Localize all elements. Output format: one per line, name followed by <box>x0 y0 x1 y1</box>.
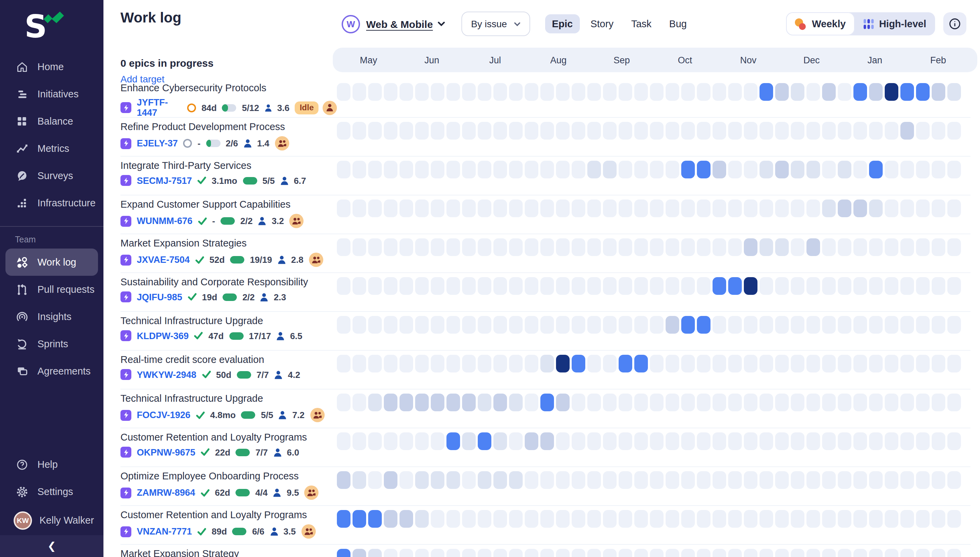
heat-cell[interactable] <box>352 316 366 334</box>
heat-cell[interactable] <box>822 316 836 334</box>
heat-cell[interactable] <box>885 238 898 256</box>
heat-cell[interactable] <box>587 432 601 450</box>
epic-title[interactable]: Market Expansion Strategy <box>120 548 337 557</box>
heat-cell[interactable] <box>885 471 898 489</box>
heat-cell[interactable] <box>885 83 898 101</box>
heat-cell[interactable] <box>572 510 585 528</box>
heat-cell[interactable] <box>650 432 664 450</box>
epic-title[interactable]: Refine Product Development Process <box>120 121 337 132</box>
heat-cell[interactable] <box>587 510 601 528</box>
heat-cell[interactable] <box>712 355 726 373</box>
heat-cell[interactable] <box>712 122 726 140</box>
heat-cell[interactable] <box>744 355 758 373</box>
heat-cell[interactable] <box>478 432 492 450</box>
heat-cell[interactable] <box>478 83 492 101</box>
sidebar-item-sprints[interactable]: Sprints <box>0 330 104 357</box>
heat-cell[interactable] <box>556 122 570 140</box>
epic-title[interactable]: Expand Customer Support Capabilities <box>120 199 337 210</box>
heat-cell[interactable] <box>650 83 664 101</box>
heat-cell[interactable] <box>603 83 617 101</box>
heat-cell[interactable] <box>603 316 617 334</box>
heat-cell[interactable] <box>368 549 382 557</box>
heat-cell[interactable] <box>415 122 429 140</box>
heat-cell[interactable] <box>509 83 522 101</box>
heat-cell[interactable] <box>509 200 522 217</box>
heat-cell[interactable] <box>728 316 742 334</box>
heat-cell[interactable] <box>775 549 789 557</box>
heat-cell[interactable] <box>838 161 851 178</box>
heat-cell[interactable] <box>791 510 805 528</box>
heat-cell[interactable] <box>900 238 914 256</box>
sidebar-item-initiatives[interactable]: Initiatives <box>0 80 104 107</box>
heat-cell[interactable] <box>665 161 679 178</box>
heat-cell[interactable] <box>681 122 695 140</box>
heat-cell[interactable] <box>540 238 554 256</box>
heat-cell[interactable] <box>509 355 522 373</box>
heat-cell[interactable] <box>806 238 820 256</box>
heat-cell[interactable] <box>399 161 413 178</box>
heat-cell[interactable] <box>384 122 398 140</box>
heat-cell[interactable] <box>869 471 883 489</box>
heat-cell[interactable] <box>853 83 867 101</box>
heat-cell[interactable] <box>869 549 883 557</box>
heat-cell[interactable] <box>540 122 554 140</box>
heat-cell[interactable] <box>525 394 538 411</box>
heat-cell[interactable] <box>587 161 601 178</box>
heat-cell[interactable] <box>948 122 961 140</box>
heat-cell[interactable] <box>932 510 945 528</box>
heat-cell[interactable] <box>744 122 758 140</box>
heat-cell[interactable] <box>384 83 398 101</box>
heat-cell[interactable] <box>368 238 382 256</box>
issue-key-link[interactable]: VNZAN-7771 <box>137 526 192 537</box>
heat-cell[interactable] <box>712 549 726 557</box>
heat-cell[interactable] <box>462 471 476 489</box>
sidebar-item-balance[interactable]: Balance <box>0 107 104 135</box>
heat-cell[interactable] <box>352 471 366 489</box>
heat-cell[interactable] <box>368 432 382 450</box>
heat-cell[interactable] <box>525 510 538 528</box>
heat-cell[interactable] <box>900 200 914 217</box>
sidebar-item-infrastructure[interactable]: Infrastructure <box>0 189 104 217</box>
heat-cell[interactable] <box>384 510 398 528</box>
heat-cell[interactable] <box>431 83 445 101</box>
heat-cell[interactable] <box>728 432 742 450</box>
heat-cell[interactable] <box>587 355 601 373</box>
toggle-high-level[interactable]: High-level <box>854 12 935 36</box>
heat-cell[interactable] <box>368 200 382 217</box>
heat-cell[interactable] <box>853 471 867 489</box>
heat-cell[interactable] <box>791 355 805 373</box>
heat-cell[interactable] <box>572 122 585 140</box>
heat-cell[interactable] <box>462 432 476 450</box>
heat-cell[interactable] <box>681 355 695 373</box>
heat-cell[interactable] <box>556 316 570 334</box>
heat-cell[interactable] <box>431 549 445 557</box>
sidebar-item-pull-requests[interactable]: Pull requests <box>0 276 104 303</box>
heat-cell[interactable] <box>885 161 898 178</box>
heat-cell[interactable] <box>540 471 554 489</box>
heat-cell[interactable] <box>478 549 492 557</box>
heat-cell[interactable] <box>525 432 538 450</box>
heat-cell[interactable] <box>838 238 851 256</box>
heat-cell[interactable] <box>431 355 445 373</box>
heat-cell[interactable] <box>869 83 883 101</box>
heat-cell[interactable] <box>822 83 836 101</box>
heat-cell[interactable] <box>509 316 522 334</box>
heat-cell[interactable] <box>916 200 930 217</box>
heat-cell[interactable] <box>572 355 585 373</box>
heat-cell[interactable] <box>697 394 711 411</box>
heat-cell[interactable] <box>509 161 522 178</box>
heat-cell[interactable] <box>853 122 867 140</box>
heat-cell[interactable] <box>838 471 851 489</box>
heat-cell[interactable] <box>744 394 758 411</box>
heat-cell[interactable] <box>431 432 445 450</box>
heat-cell[interactable] <box>900 510 914 528</box>
heat-cell[interactable] <box>775 394 789 411</box>
heat-cell[interactable] <box>681 83 695 101</box>
heat-cell[interactable] <box>869 432 883 450</box>
heat-cell[interactable] <box>603 355 617 373</box>
heat-cell[interactable] <box>885 316 898 334</box>
sidebar-item-insights[interactable]: Insights <box>0 303 104 330</box>
heat-cell[interactable] <box>665 200 679 217</box>
heat-cell[interactable] <box>399 277 413 295</box>
heat-cell[interactable] <box>619 83 632 101</box>
